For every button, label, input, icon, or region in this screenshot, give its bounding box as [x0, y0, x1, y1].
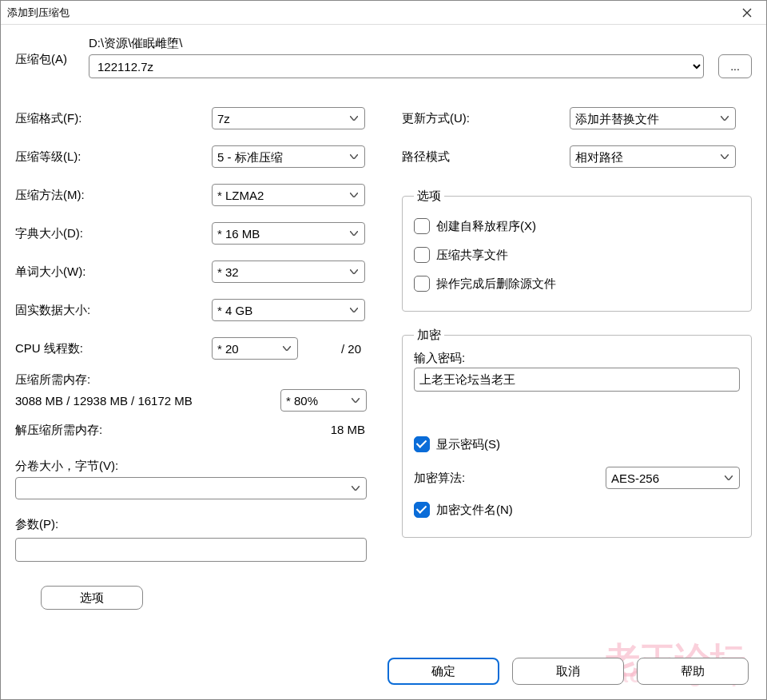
- solid-label: 固实数据大小:: [15, 303, 212, 318]
- enc-algo-label: 加密算法:: [414, 471, 598, 486]
- delete-checkbox[interactable]: [414, 276, 430, 292]
- dict-label: 字典大小(D):: [15, 226, 212, 241]
- ok-button[interactable]: 确定: [387, 658, 499, 685]
- dict-select[interactable]: * 16 MB: [212, 222, 365, 245]
- solid-select[interactable]: * 4 GB: [212, 299, 365, 321]
- archive-path: D:\资源\催眠雌堕\: [89, 36, 752, 51]
- mem-pct-select[interactable]: * 80%: [280, 389, 367, 412]
- sfx-checkbox[interactable]: [414, 218, 430, 234]
- format-select[interactable]: 7z: [212, 107, 365, 129]
- close-icon: [742, 8, 752, 18]
- archive-filename-select[interactable]: 122112.7z: [89, 54, 704, 78]
- pathmode-select[interactable]: 相对路径: [570, 145, 736, 168]
- mem-compress-text: 3088 MB / 12938 MB / 16172 MB: [15, 394, 280, 408]
- cancel-button[interactable]: 取消: [512, 658, 624, 685]
- options-button[interactable]: 选项: [41, 586, 143, 610]
- level-select[interactable]: 5 - 标准压缩: [212, 145, 365, 168]
- browse-button[interactable]: ...: [718, 54, 752, 78]
- cpu-max: / 20: [341, 342, 361, 356]
- dialog-window: 添加到压缩包 压缩包(A) D:\资源\催眠雌堕\ 122112.7z ...: [0, 0, 767, 700]
- mem-decompress-label: 解压缩所需内存:: [15, 423, 331, 438]
- cpu-label: CPU 线程数:: [15, 341, 212, 356]
- browse-icon: ...: [730, 60, 740, 73]
- password-input[interactable]: [414, 368, 740, 392]
- password-label: 输入密码:: [414, 351, 740, 366]
- archive-label: 压缩包(A): [15, 36, 89, 67]
- sfx-label: 创建自释放程序(X): [436, 219, 536, 234]
- show-password-checkbox[interactable]: [414, 436, 430, 452]
- mem-compress-label: 压缩所需内存:: [15, 372, 367, 388]
- shared-label: 压缩共享文件: [436, 248, 508, 263]
- close-button[interactable]: [734, 4, 760, 22]
- params-label: 参数(P):: [15, 517, 367, 532]
- format-label: 压缩格式(F):: [15, 111, 212, 126]
- shared-checkbox[interactable]: [414, 247, 430, 263]
- enc-algo-select[interactable]: AES-256: [606, 467, 740, 489]
- options-legend: 选项: [414, 189, 444, 204]
- encrypt-names-checkbox[interactable]: [414, 502, 430, 518]
- word-select[interactable]: * 32: [212, 261, 365, 283]
- level-label: 压缩等级(L):: [15, 149, 212, 165]
- titlebar: 添加到压缩包: [1, 1, 766, 25]
- cpu-select[interactable]: * 20: [212, 337, 298, 360]
- encrypt-fieldset: 加密 输入密码: 显示密码(S) 加密算法: AES-256 加密文件名(N): [402, 328, 752, 538]
- encrypt-legend: 加密: [414, 328, 444, 343]
- window-title: 添加到压缩包: [7, 6, 734, 20]
- show-password-label: 显示密码(S): [436, 437, 500, 452]
- split-label: 分卷大小，字节(V):: [15, 459, 367, 474]
- encrypt-names-label: 加密文件名(N): [436, 503, 513, 518]
- update-label: 更新方式(U):: [402, 111, 570, 126]
- pathmode-label: 路径模式: [402, 149, 570, 165]
- method-label: 压缩方法(M):: [15, 188, 212, 203]
- mem-decompress-value: 18 MB: [331, 423, 365, 438]
- split-select[interactable]: [15, 477, 367, 499]
- options-fieldset: 选项 创建自释放程序(X) 压缩共享文件 操作完成后删除源文件: [402, 189, 752, 312]
- word-label: 单词大小(W):: [15, 264, 212, 280]
- update-select[interactable]: 添加并替换文件: [570, 107, 736, 129]
- delete-label: 操作完成后删除源文件: [436, 276, 556, 292]
- params-input[interactable]: [15, 538, 367, 562]
- help-button[interactable]: 帮助: [637, 658, 749, 685]
- method-select[interactable]: * LZMA2: [212, 184, 365, 206]
